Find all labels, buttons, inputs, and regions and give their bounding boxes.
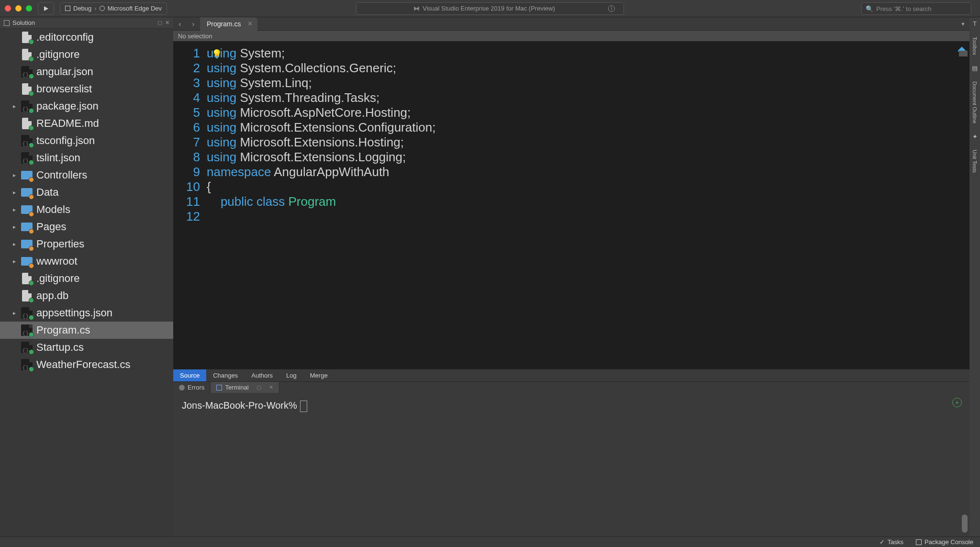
tree-item-label: app.db bbox=[36, 290, 68, 302]
document-outline-tab[interactable]: Document Outline bbox=[972, 80, 978, 124]
tree-item-label: package.json bbox=[36, 100, 99, 112]
run-button[interactable] bbox=[38, 2, 54, 15]
expand-arrow-icon[interactable]: ▸ bbox=[11, 103, 17, 110]
tree-item-label: wwwroot bbox=[36, 255, 78, 268]
panel-tab-errors[interactable]: Errors bbox=[173, 382, 211, 393]
panel-tab-terminal[interactable]: Terminal ▢ ✕ bbox=[211, 382, 279, 393]
tree-item-pages[interactable]: ▸Pages bbox=[0, 218, 173, 235]
panel-close-icon[interactable]: ✕ bbox=[165, 20, 169, 26]
folder-icon bbox=[21, 256, 33, 267]
nav-forward-button[interactable]: › bbox=[187, 17, 200, 31]
tasks-status[interactable]: ✓ Tasks bbox=[880, 538, 903, 546]
window-controls bbox=[5, 5, 32, 11]
editor-tab-program[interactable]: Program.cs ✕ bbox=[200, 17, 257, 31]
tree-item--gitignore[interactable]: .gitignore bbox=[0, 270, 173, 287]
tree-item-data[interactable]: ▸Data bbox=[0, 184, 173, 201]
editor-tab-label: Program.cs bbox=[207, 20, 241, 28]
folder-icon bbox=[21, 169, 33, 181]
run-configuration-selector[interactable]: Debug › Microsoft Edge Dev bbox=[60, 2, 167, 15]
tree-item-weatherforecast-cs[interactable]: WeatherForecast.cs bbox=[0, 356, 173, 373]
vcs-added-badge-icon bbox=[29, 39, 34, 45]
vcs-added-badge-icon bbox=[29, 332, 34, 337]
vcs-tab-log[interactable]: Log bbox=[279, 369, 303, 382]
code-body[interactable]: using System;using System.Collections.Ge… bbox=[207, 41, 435, 369]
tree-item-tslint-json[interactable]: tslint.json bbox=[0, 149, 173, 167]
file-icon bbox=[21, 32, 33, 43]
terminal-panel[interactable]: Jons-MacBook-Pro-Work% + bbox=[173, 393, 969, 536]
close-window-button[interactable] bbox=[5, 5, 11, 11]
vcs-added-badge-icon bbox=[29, 349, 34, 355]
toolbox-icon: T bbox=[973, 20, 977, 27]
code-editor[interactable]: 💡 123456789101112 using System;using Sys… bbox=[173, 41, 969, 369]
nav-back-button[interactable]: ‹ bbox=[173, 17, 187, 31]
folder-icon bbox=[21, 204, 33, 215]
package-console-status[interactable]: Package Console bbox=[916, 538, 973, 546]
tree-item-models[interactable]: ▸Models bbox=[0, 201, 173, 218]
panel-undock-icon[interactable]: ▢ bbox=[256, 384, 261, 391]
vcs-added-badge-icon bbox=[29, 56, 34, 62]
unit-tests-tab[interactable]: Unit Tests bbox=[972, 149, 978, 174]
expand-arrow-icon[interactable]: ▸ bbox=[11, 206, 17, 213]
line-number-gutter: 123456789101112 bbox=[173, 41, 207, 369]
vcs-added-badge-icon bbox=[29, 160, 34, 165]
vcs-modified-badge-icon bbox=[29, 263, 34, 268]
vcs-modified-badge-icon bbox=[29, 194, 34, 200]
vcs-tab-source[interactable]: Source bbox=[173, 369, 206, 382]
vcs-modified-badge-icon bbox=[29, 177, 34, 182]
scrollbar-thumb[interactable] bbox=[962, 514, 968, 533]
expand-arrow-icon[interactable]: ▸ bbox=[11, 258, 17, 265]
panel-close-icon[interactable]: ✕ bbox=[269, 384, 273, 391]
global-search[interactable]: 🔍 Press '⌘.' to search bbox=[861, 2, 971, 15]
panel-tab-label: Errors bbox=[188, 384, 204, 391]
editor-area: ‹ › Program.cs ✕ ▼ No selection 💡 123456… bbox=[173, 17, 969, 536]
editor-tab-overflow-icon[interactable]: ▼ bbox=[960, 21, 966, 27]
vcs-tab-merge[interactable]: Merge bbox=[303, 369, 334, 382]
tree-item-angular-json[interactable]: angular.json bbox=[0, 63, 173, 80]
tree-item-label: appsettings.json bbox=[36, 307, 112, 319]
tree-item-readme-md[interactable]: README.md bbox=[0, 115, 173, 132]
folder-icon bbox=[21, 238, 33, 250]
tree-item-properties[interactable]: ▸Properties bbox=[0, 235, 173, 253]
tree-item-startup-cs[interactable]: Startup.cs bbox=[0, 339, 173, 356]
minimize-window-button[interactable] bbox=[15, 5, 22, 11]
terminal-scrollbar[interactable] bbox=[962, 395, 968, 535]
config-label: Debug bbox=[73, 5, 91, 12]
expand-arrow-icon[interactable]: ▸ bbox=[11, 241, 17, 247]
new-terminal-button[interactable]: + bbox=[952, 398, 962, 407]
info-icon[interactable]: i bbox=[608, 5, 615, 12]
tree-item--editorconfig[interactable]: .editorconfig bbox=[0, 29, 173, 46]
vcs-tab-authors[interactable]: Authors bbox=[245, 369, 279, 382]
toolbox-tab[interactable]: Toolbox bbox=[972, 36, 978, 56]
editor-navbar: ‹ › Program.cs ✕ ▼ bbox=[173, 17, 969, 31]
zoom-window-button[interactable] bbox=[26, 5, 32, 11]
search-icon: 🔍 bbox=[866, 5, 873, 12]
vcs-modified-badge-icon bbox=[29, 246, 34, 251]
close-tab-icon[interactable]: ✕ bbox=[247, 20, 253, 27]
minimap[interactable] bbox=[959, 51, 968, 56]
tree-item-controllers[interactable]: ▸Controllers bbox=[0, 167, 173, 184]
vcs-tab-changes[interactable]: Changes bbox=[206, 369, 245, 382]
tree-item-program-cs[interactable]: Program.cs bbox=[0, 322, 173, 339]
tree-item-browserslist[interactable]: browserslist bbox=[0, 80, 173, 98]
lightbulb-icon[interactable]: 💡 bbox=[212, 47, 222, 62]
tree-item--gitignore[interactable]: .gitignore bbox=[0, 46, 173, 63]
expand-arrow-icon[interactable]: ▸ bbox=[11, 223, 17, 230]
editor-breadcrumb[interactable]: No selection bbox=[173, 31, 969, 41]
tree-item-appsettings-json[interactable]: ▸appsettings.json bbox=[0, 304, 173, 322]
target-icon bbox=[100, 6, 105, 11]
package-label: Package Console bbox=[924, 538, 973, 546]
expand-arrow-icon[interactable]: ▸ bbox=[11, 189, 17, 196]
expand-arrow-icon[interactable]: ▸ bbox=[11, 172, 17, 179]
vcs-added-badge-icon bbox=[29, 91, 34, 96]
vs-logo-icon: ⧓ bbox=[413, 5, 420, 12]
tree-item-package-json[interactable]: ▸package.json bbox=[0, 98, 173, 115]
tree-item-wwwroot[interactable]: ▸wwwroot bbox=[0, 253, 173, 270]
tree-item-tsconfig-json[interactable]: tsconfig.json bbox=[0, 132, 173, 149]
expand-arrow-icon[interactable]: ▸ bbox=[11, 310, 17, 316]
tasks-label: Tasks bbox=[888, 538, 903, 546]
tree-item-app-db[interactable]: app.db bbox=[0, 287, 173, 304]
file-icon bbox=[21, 273, 33, 284]
panel-undock-icon[interactable]: ▢ bbox=[157, 20, 162, 26]
solution-tree[interactable]: .editorconfig.gitignoreangular.jsonbrows… bbox=[0, 29, 173, 536]
right-tool-strip: T Toolbox ▤ Document Outline ✦ Unit Test… bbox=[969, 17, 980, 536]
